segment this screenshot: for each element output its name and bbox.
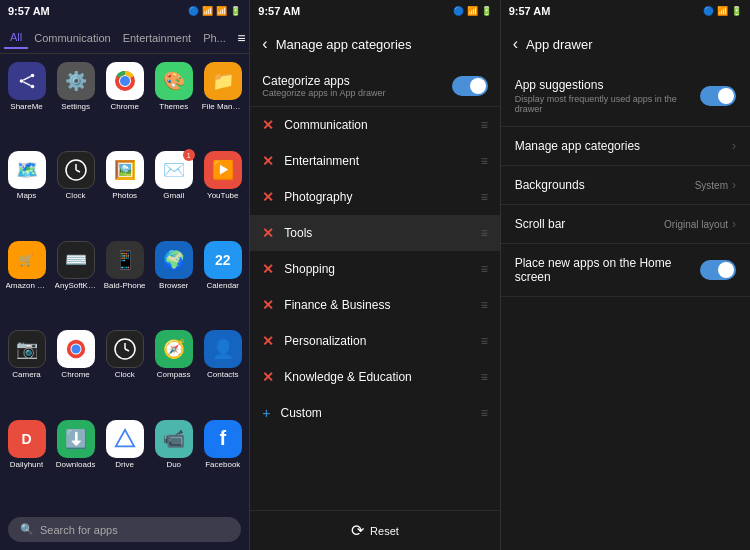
app-label: Duo: [166, 460, 181, 470]
remove-icon[interactable]: ✕: [262, 189, 274, 205]
list-item[interactable]: ✕ Personalization ≡: [250, 323, 499, 359]
menu-icon[interactable]: ≡: [237, 30, 245, 46]
setting-row-scrollbar[interactable]: Scroll bar Original layout ›: [501, 205, 750, 244]
setting-content: Place new apps on the Home screen: [515, 256, 700, 284]
remove-icon[interactable]: ✕: [262, 333, 274, 349]
svg-line-4: [23, 82, 30, 86]
wifi-icon: 📶: [467, 6, 478, 16]
list-item[interactable]: 🎨 Themes: [151, 62, 196, 147]
list-item[interactable]: 📁 File Manager: [200, 62, 245, 147]
drag-handle-icon: ≡: [481, 226, 488, 240]
list-item[interactable]: ✕ Knowledge & Education ≡: [250, 359, 499, 395]
app-icon-amazon: 🛒: [8, 241, 46, 279]
setting-title: Place new apps on the Home screen: [515, 256, 700, 284]
search-placeholder: Search for apps: [40, 524, 118, 536]
status-icons-1: 🔵 📶 📶 🔋: [188, 6, 241, 16]
setting-row-place-new-apps[interactable]: Place new apps on the Home screen: [501, 244, 750, 297]
battery-icon: 🔋: [481, 6, 492, 16]
remove-icon[interactable]: ✕: [262, 261, 274, 277]
list-item[interactable]: ⬇️ Downloads: [53, 420, 98, 505]
app-label: Settings: [61, 102, 90, 112]
list-item[interactable]: 🌍 Browser: [151, 241, 196, 326]
list-item[interactable]: D Dailyhunt: [4, 420, 49, 505]
categorize-toggle[interactable]: [452, 76, 488, 96]
back-button-2[interactable]: ‹: [262, 35, 267, 53]
list-item[interactable]: 22 Calendar: [200, 241, 245, 326]
app-label: Bald-Phone: [104, 281, 146, 291]
app-label: Photos: [112, 191, 137, 201]
reset-button[interactable]: Reset: [370, 525, 399, 537]
list-item[interactable]: 👤 Contacts: [200, 330, 245, 415]
place-new-apps-toggle[interactable]: [700, 260, 736, 280]
remove-icon[interactable]: ✕: [262, 297, 274, 313]
tab-all[interactable]: All: [4, 27, 28, 49]
list-item[interactable]: ✉️ 1 Gmail: [151, 151, 196, 236]
list-item[interactable]: 🧭 Compass: [151, 330, 196, 415]
setting-row-manage-categories[interactable]: Manage app categories ›: [501, 127, 750, 166]
app-label: Dailyhunt: [10, 460, 43, 470]
drag-handle-icon: ≡: [481, 406, 488, 420]
back-button-3[interactable]: ‹: [513, 35, 518, 53]
app-category-tabs: All Communication Entertainment Ph... ≡: [0, 22, 249, 54]
remove-icon[interactable]: ✕: [262, 153, 274, 169]
list-item[interactable]: 🖼️ Photos: [102, 151, 147, 236]
app-icon-browser: 🌍: [155, 241, 193, 279]
list-item[interactable]: Clock: [102, 330, 147, 415]
category-label: Finance & Business: [284, 298, 470, 312]
app-label: File Manager: [202, 102, 244, 112]
list-item[interactable]: 🛒 Amazon Shopping: [4, 241, 49, 326]
chevron-right-icon: ›: [732, 139, 736, 153]
categorize-text: Categorize apps Categorize apps in App d…: [262, 74, 451, 98]
list-item[interactable]: ⌨️ AnySoftKeybo...: [53, 241, 98, 326]
app-icon-duo: 📹: [155, 420, 193, 458]
list-item[interactable]: Clock: [53, 151, 98, 236]
list-item[interactable]: Chrome: [102, 62, 147, 147]
tab-ph[interactable]: Ph...: [197, 28, 232, 48]
list-item[interactable]: + Custom ≡: [250, 395, 499, 431]
list-item[interactable]: ▶️ YouTube: [200, 151, 245, 236]
list-item[interactable]: ✕ Entertainment ≡: [250, 143, 499, 179]
wifi-icon: 📶: [717, 6, 728, 16]
setting-content: Backgrounds: [515, 178, 695, 192]
list-item[interactable]: 📱 Bald-Phone: [102, 241, 147, 326]
list-item[interactable]: ✕ Shopping ≡: [250, 251, 499, 287]
app-icon-calendar: 22: [204, 241, 242, 279]
app-label: Maps: [17, 191, 37, 201]
setting-row-app-suggestions[interactable]: App suggestions Display most frequently …: [501, 66, 750, 127]
remove-icon[interactable]: ✕: [262, 117, 274, 133]
list-item[interactable]: ✕ Photography ≡: [250, 179, 499, 215]
list-item[interactable]: Chrome: [53, 330, 98, 415]
tab-communication[interactable]: Communication: [28, 28, 116, 48]
list-item[interactable]: ✕ Communication ≡: [250, 107, 499, 143]
list-item[interactable]: ShareMe: [4, 62, 49, 147]
list-item[interactable]: f Facebook: [200, 420, 245, 505]
list-item[interactable]: ⚙️ Settings: [53, 62, 98, 147]
category-label: Photography: [284, 190, 470, 204]
list-item[interactable]: ✕ Finance & Business ≡: [250, 287, 499, 323]
panel3-nav: ‹ App drawer: [501, 22, 750, 66]
setting-row-backgrounds[interactable]: Backgrounds System ›: [501, 166, 750, 205]
drag-handle-icon: ≡: [481, 262, 488, 276]
battery-icon: 🔋: [230, 6, 241, 16]
app-icon-photos: 🖼️: [106, 151, 144, 189]
list-item[interactable]: ✕ Tools ≡: [250, 215, 499, 251]
app-label: YouTube: [207, 191, 238, 201]
remove-icon[interactable]: ✕: [262, 369, 274, 385]
remove-icon[interactable]: ✕: [262, 225, 274, 241]
categorize-title: Categorize apps: [262, 74, 451, 88]
app-icon-filemanager: 📁: [204, 62, 242, 100]
list-item[interactable]: 📹 Duo: [151, 420, 196, 505]
setting-title: Backgrounds: [515, 178, 695, 192]
app-label: AnySoftKeybo...: [55, 281, 97, 291]
app-label: Amazon Shopping: [6, 281, 48, 291]
category-label: Communication: [284, 118, 470, 132]
categorize-toggle-row: Categorize apps Categorize apps in App d…: [250, 66, 499, 107]
app-suggestions-toggle[interactable]: [700, 86, 736, 106]
tab-entertainment[interactable]: Entertainment: [117, 28, 197, 48]
svg-point-0: [19, 79, 23, 83]
app-icon-shareme: [8, 62, 46, 100]
search-bar[interactable]: 🔍 Search for apps: [8, 517, 241, 542]
list-item[interactable]: 📷 Camera: [4, 330, 49, 415]
list-item[interactable]: Drive: [102, 420, 147, 505]
list-item[interactable]: 🗺️ Maps: [4, 151, 49, 236]
